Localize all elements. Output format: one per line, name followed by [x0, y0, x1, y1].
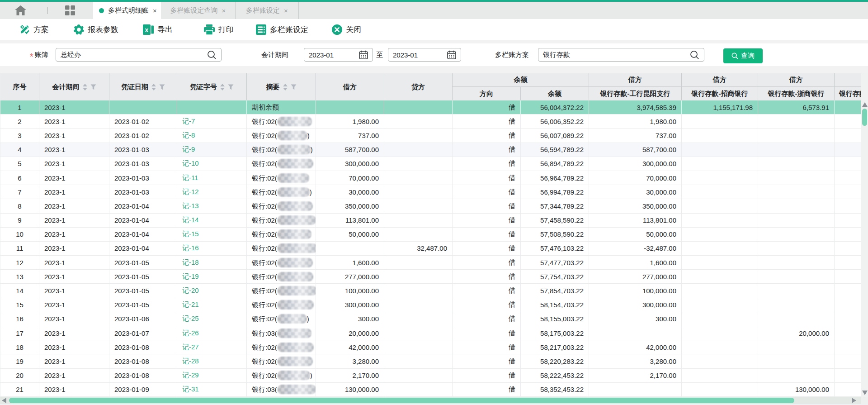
cell-credit	[384, 185, 453, 199]
voucher-link[interactable]: 记-20	[182, 286, 199, 294]
table-row[interactable]: 132023-12023-01-05记-19银行:02(277,000.00借5…	[0, 270, 861, 284]
book-input[interactable]: 总经办	[56, 48, 222, 62]
table-row[interactable]: 182023-12023-01-08记-27银行:02(42,000.00借58…	[0, 340, 861, 354]
tab-multicolumn-ledger[interactable]: 多栏式明细账 ×	[93, 2, 161, 19]
tab-multicolumn-setting-query[interactable]: 多栏账设定查询 ×	[161, 2, 236, 19]
query-button[interactable]: 查询	[723, 48, 763, 63]
horizontal-scroll-thumb[interactable]	[9, 398, 794, 403]
table-row[interactable]: 92023-12023-01-04记-14银行:02(113,801.00借57…	[0, 214, 861, 228]
voucher-link[interactable]: 记-29	[182, 371, 199, 379]
filter-funnel-icon[interactable]	[228, 84, 234, 90]
tab-close-icon[interactable]: ×	[153, 7, 157, 14]
table-row[interactable]: 212023-12023-01-09记-31银行:03(130,000.00借5…	[0, 383, 861, 397]
scroll-up-icon[interactable]	[862, 102, 868, 107]
table-row[interactable]: 62023-12023-01-03记-11银行:02(70,000.00借56,…	[0, 171, 861, 185]
voucher-link[interactable]: 记-7	[182, 117, 195, 125]
scroll-down-icon[interactable]	[862, 391, 868, 395]
scheme-button[interactable]: 方案	[20, 19, 49, 40]
cell-bank2	[682, 354, 758, 368]
filter-funnel-icon[interactable]	[291, 84, 297, 90]
cell-bank3	[758, 214, 835, 228]
voucher-link[interactable]: 记-15	[182, 230, 199, 238]
cell-summary: 银行:02(	[247, 354, 316, 368]
cell-bank2	[682, 114, 758, 129]
voucher-link[interactable]: 记-31	[182, 385, 199, 393]
column-header-vno[interactable]: 凭证字号	[177, 73, 247, 100]
voucher-link[interactable]: 记-26	[182, 329, 199, 337]
period-to-input[interactable]: 2023-01	[388, 48, 461, 62]
voucher-link[interactable]: 记-9	[182, 145, 195, 153]
filter-funnel-icon[interactable]	[159, 84, 165, 90]
voucher-link[interactable]: 记-21	[182, 300, 199, 308]
table-row[interactable]: 72023-12023-01-03记-12银行:02()30,000.00借56…	[0, 185, 861, 199]
table-row[interactable]: 32023-12023-01-02记-8银行:02()737.00借56,007…	[0, 129, 861, 143]
tab-close-icon[interactable]: ×	[284, 7, 288, 14]
scroll-right-icon[interactable]	[852, 398, 856, 403]
table-row[interactable]: 122023-12023-01-05记-18银行:02(1,600.00借57,…	[0, 256, 861, 270]
table-row[interactable]: 52023-12023-01-03记-10银行:02(300,000.00借56…	[0, 157, 861, 171]
voucher-link[interactable]: 记-13	[182, 202, 199, 210]
sort-icon[interactable]	[151, 84, 156, 91]
sort-icon[interactable]	[283, 84, 288, 91]
cell-seq: 18	[0, 340, 39, 354]
cell-credit	[384, 171, 453, 185]
cell-dir: 借	[453, 383, 521, 397]
vertical-scrollbar[interactable]	[861, 73, 868, 397]
table-row[interactable]: 12023-1期初余额借56,004,372.223,974,585.391,1…	[0, 100, 861, 114]
table-row[interactable]: 42023-12023-01-03记-9银行:02()587,700.00借56…	[0, 143, 861, 157]
voucher-link[interactable]: 记-8	[182, 131, 195, 139]
cell-summary: 银行:02(	[247, 298, 316, 312]
export-button[interactable]: x 导出	[143, 19, 173, 40]
plan-input[interactable]: 银行存款	[538, 48, 704, 62]
voucher-link[interactable]: 记-28	[182, 357, 199, 365]
table-row[interactable]: 192023-12023-01-08记-28银行:02(3,280.00借58,…	[0, 354, 861, 368]
period-from-input[interactable]: 2023-01	[304, 48, 373, 62]
filter-funnel-icon[interactable]	[90, 84, 96, 90]
voucher-link[interactable]: 记-18	[182, 258, 199, 266]
voucher-link[interactable]: 记-25	[182, 314, 199, 322]
column-header-vdate[interactable]: 凭证日期	[109, 73, 177, 100]
scroll-left-icon[interactable]	[2, 398, 6, 403]
home-button[interactable]	[13, 2, 28, 19]
cell-dir: 借	[453, 340, 521, 354]
voucher-link[interactable]: 记-27	[182, 343, 199, 351]
column-header-period[interactable]: 会计期间	[39, 73, 109, 100]
table-row[interactable]: 172023-12023-01-07记-26银行:03(20,000.00借58…	[0, 326, 861, 340]
multicolumn-setting-button[interactable]: 多栏账设定	[256, 19, 308, 40]
cell-bank1: 2,170.00	[589, 369, 682, 383]
cell-bank4	[835, 298, 861, 312]
tab-multicolumn-setting[interactable]: 多栏账设定 ×	[236, 2, 299, 19]
table-row[interactable]: 112023-12023-01-04记-16银行:02(32,487.00借57…	[0, 242, 861, 256]
voucher-link[interactable]: 记-16	[182, 244, 199, 252]
table-row[interactable]: 82023-12023-01-04记-13银行:02(350,000.00借57…	[0, 199, 861, 213]
voucher-link[interactable]: 记-19	[182, 272, 199, 280]
cell-summary: 银行:02(	[247, 242, 316, 256]
horizontal-scrollbar[interactable]	[0, 397, 861, 404]
table-row[interactable]: 152023-12023-01-05记-21银行:02(300,000.00借5…	[0, 298, 861, 312]
table-row[interactable]: 142023-12023-01-05记-20银行:02()100,000.00借…	[0, 284, 861, 298]
vertical-scroll-thumb[interactable]	[862, 109, 867, 126]
print-button[interactable]: 打印	[204, 19, 234, 40]
cell-bank3	[758, 256, 835, 270]
report-params-button[interactable]: 报表参数	[74, 19, 118, 40]
table-row[interactable]: 162023-12023-01-06记-25银行:02()300.00借58,1…	[0, 312, 861, 326]
voucher-link[interactable]: 记-10	[182, 159, 199, 167]
cell-period: 2023-1	[39, 100, 109, 114]
summary-prefix: 银行:02(	[252, 315, 277, 323]
cell-debit: 20,000.00	[316, 326, 384, 340]
cell-period: 2023-1	[39, 228, 109, 242]
sort-icon[interactable]	[83, 84, 87, 91]
voucher-link[interactable]: 记-12	[182, 188, 199, 195]
tab-close-icon[interactable]: ×	[222, 7, 226, 14]
voucher-link[interactable]: 记-14	[182, 216, 199, 224]
table-row[interactable]: 102023-12023-01-04记-15银行:02(50,000.00借57…	[0, 228, 861, 242]
table-row[interactable]: 202023-12023-01-08记-29银行:02()2,170.00借58…	[0, 369, 861, 383]
voucher-link[interactable]: 记-11	[182, 174, 198, 181]
cell-seq: 16	[0, 312, 39, 326]
sort-icon[interactable]	[220, 84, 225, 91]
table-row[interactable]: 22023-12023-01-02记-7银行:02(1,980.00借56,00…	[0, 114, 861, 129]
column-header-summary[interactable]: 摘要	[247, 73, 316, 100]
cell-vno: 记-16	[177, 242, 247, 256]
tab-list-button[interactable]	[64, 2, 76, 19]
close-button[interactable]: 关闭	[332, 19, 361, 40]
